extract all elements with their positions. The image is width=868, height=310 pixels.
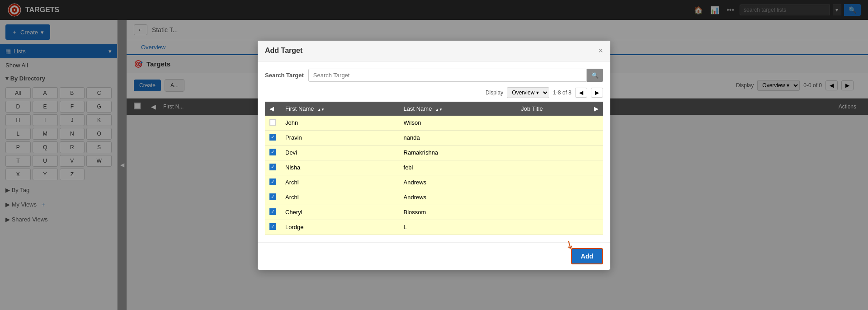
row-job-title — [516, 220, 603, 235]
row-first-name: Lordge — [281, 220, 399, 235]
targets-table: ◀ First Name ▲▼ Last Name ▲▼ J — [265, 102, 603, 235]
row-last-name: L — [399, 220, 517, 235]
row-checkbox-7[interactable] — [269, 223, 276, 230]
th-job-title: Job Title ▶ — [516, 102, 603, 116]
row-job-title — [516, 160, 603, 175]
search-target-button[interactable]: 🔍 — [587, 69, 603, 82]
search-row: Search Target 🔍 — [265, 69, 603, 82]
row-job-title — [516, 116, 603, 131]
row-last-name: Blossom — [399, 205, 517, 220]
modal-next-button[interactable]: ▶ — [591, 88, 603, 98]
row-checkbox-3[interactable] — [269, 164, 276, 170]
search-label: Search Target — [265, 72, 304, 79]
table-row: Archi Andrews — [265, 190, 603, 205]
row-job-title — [516, 205, 603, 220]
modal-title: Add Target — [265, 47, 302, 55]
table-body: John Wilson Pravin nanda Devi Ramakrishn… — [265, 116, 603, 235]
display-row-label: Display — [486, 89, 503, 96]
row-checkbox-6[interactable] — [269, 208, 276, 215]
row-checkbox-5[interactable] — [269, 193, 276, 200]
table-row: Nisha febi — [265, 160, 603, 175]
row-last-name: Andrews — [399, 175, 517, 190]
table-row: John Wilson — [265, 116, 603, 131]
row-checkbox-cell[interactable] — [265, 145, 281, 160]
row-checkbox-cell[interactable] — [265, 175, 281, 190]
row-last-name: nanda — [399, 130, 517, 145]
row-job-title — [516, 190, 603, 205]
table-row: Devi Ramakrishna — [265, 145, 603, 160]
th-next-icon[interactable]: ▶ — [594, 105, 599, 112]
row-job-title — [516, 175, 603, 190]
row-first-name: Pravin — [281, 130, 399, 145]
modal-pagination: 1-8 of 8 — [553, 89, 571, 96]
row-job-title — [516, 130, 603, 145]
display-dropdown[interactable]: Overview ▾ — [507, 87, 549, 98]
row-first-name: John — [281, 116, 399, 131]
th-last-name[interactable]: Last Name ▲▼ — [399, 102, 517, 116]
row-first-name: Archi — [281, 190, 399, 205]
modal-body: Search Target 🔍 Display Overview ▾ 1-8 o… — [258, 61, 610, 242]
modal-header: Add Target × — [258, 41, 610, 61]
modal-footer: ↘ Add — [258, 242, 610, 270]
row-checkbox-cell[interactable] — [265, 160, 281, 175]
row-checkbox-cell[interactable] — [265, 116, 281, 131]
row-last-name: Andrews — [399, 190, 517, 205]
row-checkbox-cell[interactable] — [265, 205, 281, 220]
search-target-input[interactable] — [308, 69, 587, 82]
th-first-name[interactable]: First Name ▲▼ — [281, 102, 399, 116]
row-checkbox-4[interactable] — [269, 178, 276, 185]
row-first-name: Nisha — [281, 160, 399, 175]
modal-close-button[interactable]: × — [598, 46, 603, 56]
modal-prev-button[interactable]: ◀ — [575, 88, 587, 98]
row-last-name: Wilson — [399, 116, 517, 131]
display-row: Display Overview ▾ 1-8 of 8 ◀ ▶ — [265, 87, 603, 98]
th-checkbox: ◀ — [265, 102, 281, 116]
add-button[interactable]: Add — [571, 248, 603, 264]
first-name-sort: ▲▼ — [317, 108, 325, 112]
row-first-name: Cheryl — [281, 205, 399, 220]
row-first-name: Devi — [281, 145, 399, 160]
last-name-sort: ▲▼ — [435, 108, 443, 112]
table-row: Lordge L — [265, 220, 603, 235]
row-checkbox-cell[interactable] — [265, 220, 281, 235]
table-row: Cheryl Blossom — [265, 205, 603, 220]
row-checkbox-1[interactable] — [269, 134, 276, 141]
th-prev-icon[interactable]: ◀ — [269, 105, 274, 112]
modal-overlay: Add Target × Search Target 🔍 Display Ove… — [0, 0, 868, 310]
search-input-wrap: 🔍 — [308, 69, 603, 82]
table-row: Pravin nanda — [265, 130, 603, 145]
table-row: Archi Andrews — [265, 175, 603, 190]
row-checkbox-cell[interactable] — [265, 130, 281, 145]
table-head: ◀ First Name ▲▼ Last Name ▲▼ J — [265, 102, 603, 116]
table-scroll: ◀ First Name ▲▼ Last Name ▲▼ J — [265, 102, 603, 235]
row-checkbox-0[interactable] — [269, 119, 276, 126]
row-last-name: febi — [399, 160, 517, 175]
row-checkbox-cell[interactable] — [265, 190, 281, 205]
row-first-name: Archi — [281, 175, 399, 190]
row-last-name: Ramakrishna — [399, 145, 517, 160]
add-target-modal: Add Target × Search Target 🔍 Display Ove… — [258, 41, 610, 270]
row-checkbox-2[interactable] — [269, 149, 276, 155]
row-job-title — [516, 145, 603, 160]
